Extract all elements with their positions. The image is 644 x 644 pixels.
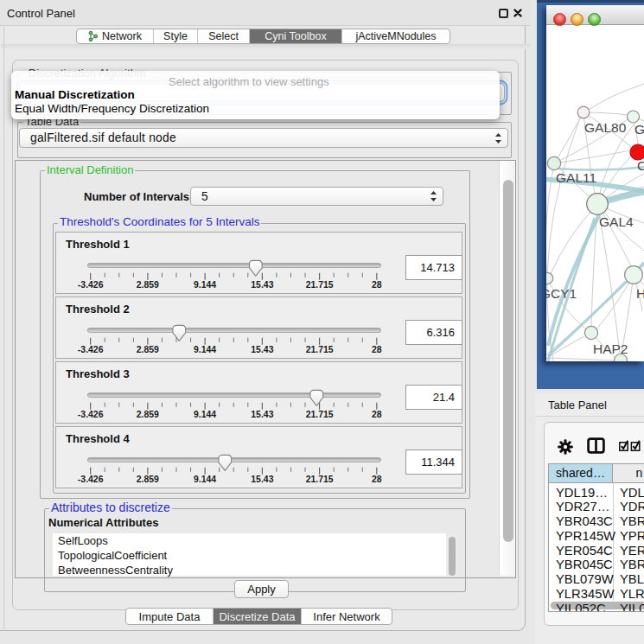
svg-text:H: H xyxy=(636,286,644,301)
svg-text:-3.426: -3.426 xyxy=(78,280,104,290)
svg-text:C: C xyxy=(637,158,644,173)
svg-text:21.715: 21.715 xyxy=(306,280,334,290)
svg-text:9.144: 9.144 xyxy=(194,475,216,484)
svg-text:GAL11: GAL11 xyxy=(556,170,596,185)
svg-text:15.43: 15.43 xyxy=(251,410,273,419)
svg-text:GCY1: GCY1 xyxy=(546,286,577,301)
svg-text:28: 28 xyxy=(372,280,382,290)
svg-text:9.144: 9.144 xyxy=(194,280,216,290)
svg-text:GAL4: GAL4 xyxy=(599,214,634,229)
svg-text:15.43: 15.43 xyxy=(251,475,273,484)
svg-text:G.: G. xyxy=(634,122,644,137)
svg-text:-3.426: -3.426 xyxy=(78,410,104,419)
svg-text:28: 28 xyxy=(372,410,382,419)
svg-text:9.144: 9.144 xyxy=(194,410,216,419)
svg-text:28: 28 xyxy=(372,475,382,484)
svg-text:21.715: 21.715 xyxy=(306,345,334,354)
svg-text:-3.426: -3.426 xyxy=(78,345,104,354)
svg-text:2.859: 2.859 xyxy=(137,345,159,354)
svg-text:2.859: 2.859 xyxy=(137,410,159,419)
svg-text:-3.426: -3.426 xyxy=(78,475,104,484)
svg-text:15.43: 15.43 xyxy=(251,345,273,354)
svg-text:2.859: 2.859 xyxy=(137,475,159,484)
svg-text:HAP2: HAP2 xyxy=(593,341,628,356)
svg-text:28: 28 xyxy=(372,345,382,354)
svg-text:15.43: 15.43 xyxy=(251,280,273,290)
svg-text:GAL80: GAL80 xyxy=(584,120,627,135)
svg-text:9.144: 9.144 xyxy=(194,345,216,354)
svg-text:2.859: 2.859 xyxy=(137,280,159,290)
svg-text:21.715: 21.715 xyxy=(306,475,334,484)
svg-text:21.715: 21.715 xyxy=(306,410,334,419)
